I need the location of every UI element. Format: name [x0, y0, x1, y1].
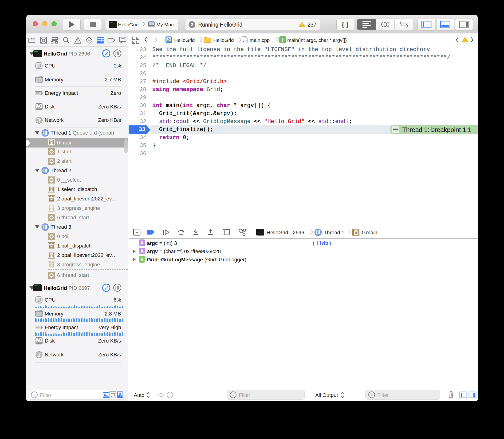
svg-text:C++: C++	[243, 39, 247, 42]
